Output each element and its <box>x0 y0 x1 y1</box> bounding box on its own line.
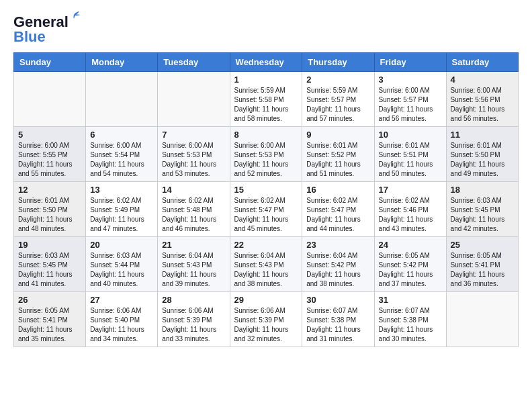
day-number: 18 <box>451 185 514 195</box>
col-thursday: Thursday <box>302 53 374 72</box>
col-sunday: Sunday <box>14 53 86 72</box>
table-row: 25Sunrise: 6:05 AM Sunset: 5:41 PM Dayli… <box>446 237 518 292</box>
day-number: 8 <box>234 130 298 140</box>
day-number: 26 <box>18 295 81 305</box>
day-info: Sunrise: 6:00 AM Sunset: 5:56 PM Dayligh… <box>451 86 514 124</box>
day-info: Sunrise: 6:04 AM Sunset: 5:43 PM Dayligh… <box>234 251 298 289</box>
logo: General Blue <box>13 13 69 46</box>
day-info: Sunrise: 6:02 AM Sunset: 5:48 PM Dayligh… <box>162 196 225 234</box>
table-row: 4Sunrise: 6:00 AM Sunset: 5:56 PM Daylig… <box>446 72 518 127</box>
col-friday: Friday <box>374 53 446 72</box>
table-row: 7Sunrise: 6:00 AM Sunset: 5:53 PM Daylig… <box>158 127 230 182</box>
day-number: 24 <box>379 240 442 250</box>
day-info: Sunrise: 6:02 AM Sunset: 5:49 PM Dayligh… <box>90 196 153 234</box>
calendar-table: Sunday Monday Tuesday Wednesday Thursday… <box>13 52 519 347</box>
table-row: 30Sunrise: 6:07 AM Sunset: 5:38 PM Dayli… <box>302 292 374 347</box>
table-row: 31Sunrise: 6:07 AM Sunset: 5:38 PM Dayli… <box>374 292 446 347</box>
table-row <box>14 72 86 127</box>
day-info: Sunrise: 6:07 AM Sunset: 5:38 PM Dayligh… <box>379 306 442 344</box>
logo-general: General <box>13 13 69 30</box>
table-row: 3Sunrise: 6:00 AM Sunset: 5:57 PM Daylig… <box>374 72 446 127</box>
day-info: Sunrise: 6:03 AM Sunset: 5:45 PM Dayligh… <box>18 251 81 289</box>
day-number: 4 <box>451 75 514 85</box>
day-info: Sunrise: 6:05 AM Sunset: 5:42 PM Dayligh… <box>379 251 442 289</box>
day-info: Sunrise: 6:06 AM Sunset: 5:39 PM Dayligh… <box>162 306 225 344</box>
day-info: Sunrise: 6:00 AM Sunset: 5:53 PM Dayligh… <box>234 141 298 179</box>
day-number: 14 <box>162 185 225 195</box>
table-row: 15Sunrise: 6:02 AM Sunset: 5:47 PM Dayli… <box>230 182 302 237</box>
day-info: Sunrise: 6:00 AM Sunset: 5:55 PM Dayligh… <box>18 141 81 179</box>
logo-bird-icon <box>67 9 81 23</box>
col-monday: Monday <box>86 53 158 72</box>
day-number: 19 <box>18 240 81 250</box>
table-row <box>86 72 158 127</box>
table-row: 18Sunrise: 6:03 AM Sunset: 5:45 PM Dayli… <box>446 182 518 237</box>
day-number: 23 <box>306 240 369 250</box>
table-row: 12Sunrise: 6:01 AM Sunset: 5:50 PM Dayli… <box>14 182 86 237</box>
day-number: 28 <box>162 295 225 305</box>
table-row: 24Sunrise: 6:05 AM Sunset: 5:42 PM Dayli… <box>374 237 446 292</box>
day-info: Sunrise: 6:06 AM Sunset: 5:39 PM Dayligh… <box>234 306 298 344</box>
day-number: 2 <box>306 75 369 85</box>
table-row: 8Sunrise: 6:00 AM Sunset: 5:53 PM Daylig… <box>230 127 302 182</box>
table-row: 21Sunrise: 6:04 AM Sunset: 5:43 PM Dayli… <box>158 237 230 292</box>
calendar-week-row: 19Sunrise: 6:03 AM Sunset: 5:45 PM Dayli… <box>14 237 519 292</box>
table-row: 6Sunrise: 6:00 AM Sunset: 5:54 PM Daylig… <box>86 127 158 182</box>
day-info: Sunrise: 6:01 AM Sunset: 5:50 PM Dayligh… <box>18 196 81 234</box>
table-row: 11Sunrise: 6:01 AM Sunset: 5:50 PM Dayli… <box>446 127 518 182</box>
table-row <box>446 292 518 347</box>
col-saturday: Saturday <box>446 53 518 72</box>
table-row: 1Sunrise: 5:59 AM Sunset: 5:58 PM Daylig… <box>230 72 302 127</box>
day-info: Sunrise: 6:05 AM Sunset: 5:41 PM Dayligh… <box>451 251 514 289</box>
day-number: 6 <box>90 130 153 140</box>
table-row: 17Sunrise: 6:02 AM Sunset: 5:46 PM Dayli… <box>374 182 446 237</box>
day-number: 16 <box>306 185 369 195</box>
day-info: Sunrise: 6:00 AM Sunset: 5:57 PM Dayligh… <box>379 86 442 124</box>
day-info: Sunrise: 6:04 AM Sunset: 5:43 PM Dayligh… <box>162 251 225 289</box>
day-info: Sunrise: 6:02 AM Sunset: 5:46 PM Dayligh… <box>379 196 442 234</box>
day-number: 20 <box>90 240 153 250</box>
day-info: Sunrise: 6:05 AM Sunset: 5:41 PM Dayligh… <box>18 306 81 344</box>
day-info: Sunrise: 5:59 AM Sunset: 5:58 PM Dayligh… <box>234 86 298 124</box>
table-row: 9Sunrise: 6:01 AM Sunset: 5:52 PM Daylig… <box>302 127 374 182</box>
day-number: 9 <box>306 130 369 140</box>
day-info: Sunrise: 6:01 AM Sunset: 5:52 PM Dayligh… <box>306 141 369 179</box>
calendar-week-row: 26Sunrise: 6:05 AM Sunset: 5:41 PM Dayli… <box>14 292 519 347</box>
table-row: 27Sunrise: 6:06 AM Sunset: 5:40 PM Dayli… <box>86 292 158 347</box>
table-row: 10Sunrise: 6:01 AM Sunset: 5:51 PM Dayli… <box>374 127 446 182</box>
calendar-week-row: 12Sunrise: 6:01 AM Sunset: 5:50 PM Dayli… <box>14 182 519 237</box>
day-number: 17 <box>379 185 442 195</box>
day-number: 27 <box>90 295 153 305</box>
day-number: 1 <box>234 75 298 85</box>
calendar-week-row: 5Sunrise: 6:00 AM Sunset: 5:55 PM Daylig… <box>14 127 519 182</box>
day-number: 3 <box>379 75 442 85</box>
day-info: Sunrise: 6:01 AM Sunset: 5:51 PM Dayligh… <box>379 141 442 179</box>
table-row <box>158 72 230 127</box>
day-number: 30 <box>306 295 369 305</box>
table-row: 5Sunrise: 6:00 AM Sunset: 5:55 PM Daylig… <box>14 127 86 182</box>
day-number: 5 <box>18 130 81 140</box>
day-number: 7 <box>162 130 225 140</box>
day-number: 31 <box>379 295 442 305</box>
table-row: 13Sunrise: 6:02 AM Sunset: 5:49 PM Dayli… <box>86 182 158 237</box>
day-info: Sunrise: 6:07 AM Sunset: 5:38 PM Dayligh… <box>306 306 369 344</box>
day-number: 10 <box>379 130 442 140</box>
day-info: Sunrise: 5:59 AM Sunset: 5:57 PM Dayligh… <box>306 86 369 124</box>
table-row: 20Sunrise: 6:03 AM Sunset: 5:44 PM Dayli… <box>86 237 158 292</box>
day-number: 29 <box>234 295 298 305</box>
day-number: 21 <box>162 240 225 250</box>
day-info: Sunrise: 6:02 AM Sunset: 5:47 PM Dayligh… <box>306 196 369 234</box>
table-row: 23Sunrise: 6:04 AM Sunset: 5:42 PM Dayli… <box>302 237 374 292</box>
table-row: 16Sunrise: 6:02 AM Sunset: 5:47 PM Dayli… <box>302 182 374 237</box>
table-row: 28Sunrise: 6:06 AM Sunset: 5:39 PM Dayli… <box>158 292 230 347</box>
day-info: Sunrise: 6:03 AM Sunset: 5:44 PM Dayligh… <box>90 251 153 289</box>
header: General Blue <box>13 13 519 46</box>
col-wednesday: Wednesday <box>230 53 302 72</box>
day-info: Sunrise: 6:04 AM Sunset: 5:42 PM Dayligh… <box>306 251 369 289</box>
day-info: Sunrise: 6:06 AM Sunset: 5:40 PM Dayligh… <box>90 306 153 344</box>
table-row: 2Sunrise: 5:59 AM Sunset: 5:57 PM Daylig… <box>302 72 374 127</box>
table-row: 26Sunrise: 6:05 AM Sunset: 5:41 PM Dayli… <box>14 292 86 347</box>
table-row: 29Sunrise: 6:06 AM Sunset: 5:39 PM Dayli… <box>230 292 302 347</box>
day-info: Sunrise: 6:00 AM Sunset: 5:53 PM Dayligh… <box>162 141 225 179</box>
day-number: 25 <box>451 240 514 250</box>
